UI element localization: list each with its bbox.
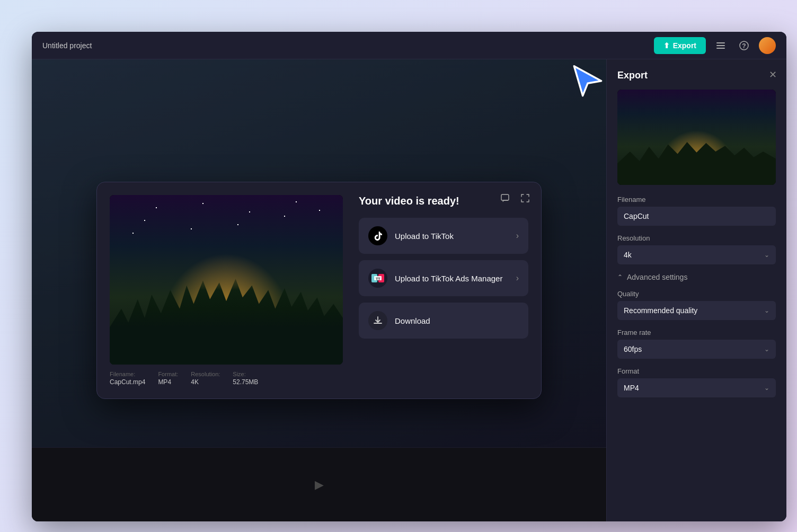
video-meta: Filename: CapCut.mp4 Format: MP4 Resolut… <box>110 365 343 386</box>
upload-tiktok-ads-button[interactable]: TT Upload to TikTok Ads Manager › <box>359 260 528 296</box>
export-icon: ⬆ <box>663 41 670 50</box>
main-content: ▶ <box>32 59 786 521</box>
advanced-settings-toggle[interactable]: ⌃ Advanced settings <box>617 273 687 281</box>
editor-area: ▶ <box>32 59 606 521</box>
filename-input[interactable] <box>617 207 776 226</box>
svg-text:?: ? <box>742 42 746 50</box>
export-thumb-image <box>617 90 776 185</box>
modal-body: ▶ 00:00 | 00:05 4k <box>110 195 528 386</box>
export-panel-title: Export <box>617 70 776 81</box>
chevron-right-icon-2: › <box>516 273 519 283</box>
help-icon-btn[interactable]: ? <box>736 37 752 54</box>
svg-rect-5 <box>501 194 509 200</box>
chevron-right-icon: › <box>516 231 519 241</box>
filename-label: Filename <box>617 196 776 203</box>
svg-text:TT: TT <box>376 277 380 281</box>
filename-group: Filename <box>617 196 776 226</box>
modal-fullscreen-btn[interactable] <box>518 191 533 206</box>
tiktok-icon <box>368 226 387 245</box>
export-thumbnail <box>617 90 776 185</box>
export-panel: Export ✕ Filename Resolution 4k 1080p 72… <box>606 59 786 521</box>
tiktok-ads-icon: TT <box>368 269 387 288</box>
fullscreen-icon <box>520 193 530 203</box>
format-label: Format <box>617 367 776 375</box>
modal-top-icons <box>498 191 533 206</box>
meta-resolution: Resolution: 4K <box>191 371 220 386</box>
framerate-select[interactable]: 60fps 30fps 24fps <box>617 340 776 359</box>
video-thumbnail <box>110 195 343 365</box>
export-modal: ▶ 00:00 | 00:05 4k <box>96 182 542 399</box>
format-group: Format MP4 MOV AVI ⌄ <box>617 367 776 397</box>
advanced-settings-section: ⌃ Advanced settings <box>617 273 776 281</box>
meta-filename: Filename: CapCut.mp4 <box>110 371 145 386</box>
framerate-group: Frame rate 60fps 30fps 24fps ⌄ <box>617 329 776 359</box>
quality-select[interactable]: Recommended quality High quality Low qua… <box>617 301 776 320</box>
download-icon <box>368 311 387 330</box>
resolution-group: Resolution 4k 1080p 720p ⌄ <box>617 234 776 264</box>
top-bar: Untitled project ⬆ Export ? <box>32 32 786 59</box>
download-button[interactable]: Download <box>359 303 528 339</box>
quality-select-wrapper: Recommended quality High quality Low qua… <box>617 301 776 320</box>
meta-format: Format: MP4 <box>158 371 178 386</box>
actions-panel: Your video is ready! <box>359 195 528 386</box>
app-window: Untitled project ⬆ Export ? <box>32 32 786 521</box>
project-title: Untitled project <box>42 41 92 50</box>
quality-group: Quality Recommended quality High quality… <box>617 290 776 320</box>
video-preview-container: ▶ 00:00 | 00:05 4k <box>110 195 343 386</box>
svg-rect-0 <box>716 42 725 43</box>
video-preview: ▶ 00:00 | 00:05 4k <box>110 195 343 365</box>
modal-feedback-btn[interactable] <box>498 191 512 206</box>
framerate-label: Frame rate <box>617 329 776 336</box>
modal-overlay: ▶ 00:00 | 00:05 4k <box>32 59 606 521</box>
feedback-icon <box>500 193 510 203</box>
help-icon: ? <box>739 40 749 51</box>
framerate-select-wrapper: 60fps 30fps 24fps ⌄ <box>617 340 776 359</box>
queue-icon-btn[interactable] <box>712 37 729 54</box>
svg-rect-2 <box>716 48 725 49</box>
upload-tiktok-button[interactable]: Upload to TikTok › <box>359 218 528 254</box>
resolution-label: Resolution <box>617 234 776 242</box>
svg-rect-1 <box>716 45 725 46</box>
top-bar-actions: ⬆ Export ? <box>654 37 776 54</box>
export-close-button[interactable]: ✕ <box>769 69 777 81</box>
resolution-select[interactable]: 4k 1080p 720p <box>617 245 776 264</box>
chevron-up-icon: ⌃ <box>617 273 623 281</box>
format-select[interactable]: MP4 MOV AVI <box>617 378 776 397</box>
queue-icon <box>715 40 726 51</box>
export-button[interactable]: ⬆ Export <box>654 37 706 54</box>
resolution-select-wrapper: 4k 1080p 720p ⌄ <box>617 245 776 264</box>
format-select-wrapper: MP4 MOV AVI ⌄ <box>617 378 776 397</box>
meta-size: Size: 52.75MB <box>233 371 258 386</box>
quality-label: Quality <box>617 290 776 298</box>
user-avatar-btn[interactable] <box>759 37 776 54</box>
